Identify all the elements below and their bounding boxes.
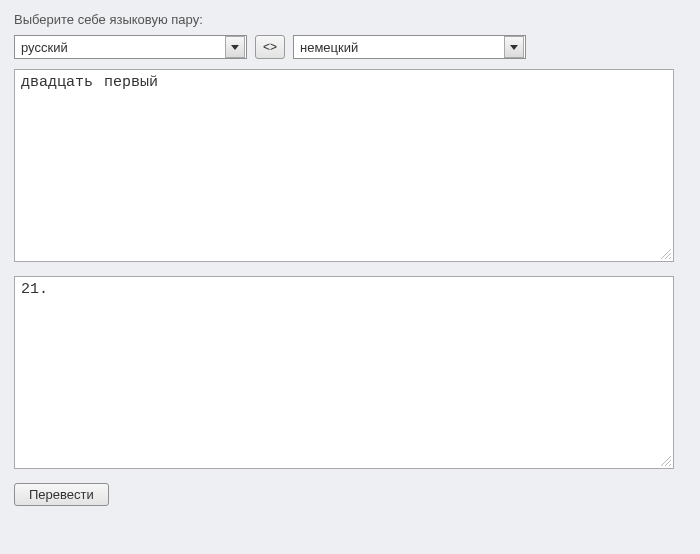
language-pair-row: русский <> немецкий xyxy=(14,35,686,59)
svg-marker-1 xyxy=(510,45,518,50)
source-language-value: русский xyxy=(15,38,225,57)
target-text-output[interactable]: 21. xyxy=(14,276,674,469)
source-language-select[interactable]: русский xyxy=(14,35,247,59)
target-text-value: 21. xyxy=(21,281,48,298)
language-pair-prompt: Выберите себе языковую пару: xyxy=(14,12,686,27)
svg-line-7 xyxy=(669,464,671,466)
target-language-value: немецкий xyxy=(294,38,504,57)
svg-marker-0 xyxy=(231,45,239,50)
resize-handle[interactable] xyxy=(658,246,672,260)
svg-line-4 xyxy=(669,257,671,259)
source-text-input[interactable]: двадцать первый xyxy=(14,69,674,262)
resize-handle[interactable] xyxy=(658,453,672,467)
chevron-down-icon[interactable] xyxy=(225,36,245,58)
chevron-down-icon[interactable] xyxy=(504,36,524,58)
translate-button[interactable]: Перевести xyxy=(14,483,109,506)
source-text-value: двадцать первый xyxy=(21,74,158,91)
swap-icon: <> xyxy=(263,40,277,54)
swap-languages-button[interactable]: <> xyxy=(255,35,285,59)
target-language-select[interactable]: немецкий xyxy=(293,35,526,59)
